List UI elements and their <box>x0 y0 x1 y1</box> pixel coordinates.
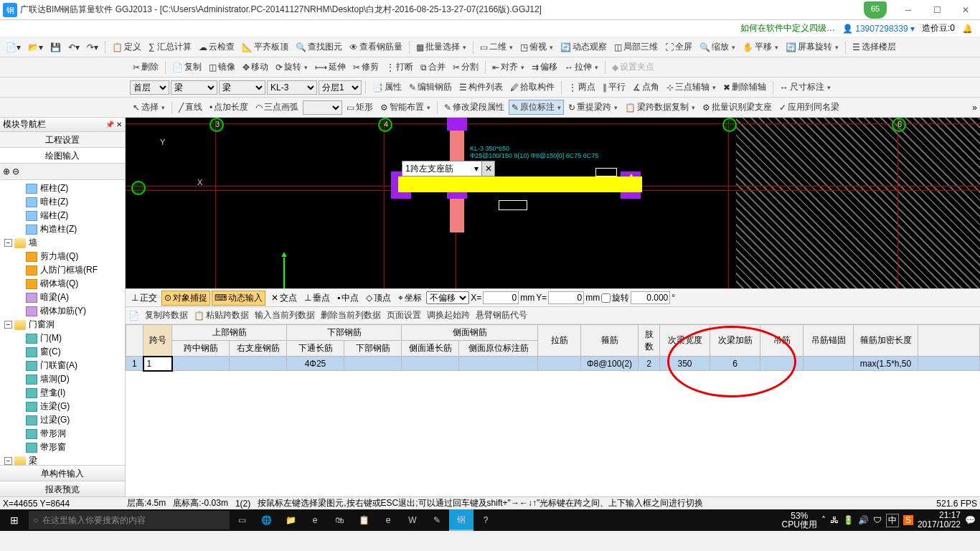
tree-item-qtq[interactable]: 砌体墙(Q) <box>1 277 123 291</box>
rotate-input[interactable] <box>631 291 670 304</box>
inplace-input-popup[interactable]: ▾ ✕ <box>402 161 495 176</box>
stretch-button[interactable]: ↔ 拉伸 <box>562 60 601 75</box>
category1-select[interactable]: 梁 <box>171 80 217 95</box>
move-button[interactable]: ✥ 移动 <box>240 60 271 75</box>
tree-item-m[interactable]: 门(M) <box>1 331 123 345</box>
ime-indicator[interactable]: 中 <box>886 514 899 527</box>
tray-battery-icon[interactable]: 🔋 <box>843 515 854 525</box>
point-angle-button[interactable]: ∡ 点角 <box>630 80 662 95</box>
align-button[interactable]: ⇤ 对齐 <box>489 60 527 75</box>
col-tie[interactable]: 拉筋 <box>538 325 581 357</box>
col-stirrup[interactable]: 箍筋 <box>581 325 639 357</box>
paste-span-button[interactable]: 📋 粘贴跨数据 <box>194 309 249 321</box>
open-file-button[interactable]: 📂▾ <box>25 41 46 54</box>
col-hanger[interactable]: 吊筋 <box>760 325 804 357</box>
taskbar-app-4[interactable]: 🛍 <box>327 509 352 531</box>
plank-top-button[interactable]: 📐 平齐板顶 <box>239 39 291 55</box>
tree-item-gzz[interactable]: 构造柱(Z) <box>1 222 123 236</box>
minimize-button[interactable]: ─ <box>894 0 923 20</box>
rect-tool-button[interactable]: ▭ 矩形 <box>344 100 376 115</box>
action-center-icon[interactable]: 💬 <box>965 515 976 525</box>
pin-icon[interactable]: 📌 ✕ <box>105 121 122 128</box>
batch-select-button[interactable]: ▦ 批量选择 <box>413 39 469 55</box>
redo-button[interactable]: ↷▾ <box>84 41 101 54</box>
parallel-button[interactable]: ∥ 平行 <box>600 80 628 95</box>
undo-button[interactable]: ↶▾ <box>65 41 83 54</box>
snap-perp[interactable]: ⊥ 垂点 <box>301 291 333 306</box>
component-tree[interactable]: 框柱(Z) 暗柱(Z) 端柱(Z) 构造柱(Z) −墙 剪力墙(Q) 人防门框墙… <box>0 180 125 465</box>
col-top-group[interactable]: 上部钢筋 <box>172 325 287 341</box>
popup-close-icon[interactable]: ✕ <box>481 161 494 176</box>
col-dense[interactable]: 箍筋加密长度 <box>854 325 918 357</box>
dyn-observe-button[interactable]: 🔄 动态观察 <box>557 39 610 55</box>
mirror-button[interactable]: ◫ 镜像 <box>206 60 238 75</box>
cantilever-button[interactable]: 悬臂钢筋代号 <box>476 309 527 321</box>
three-pt-axis-button[interactable]: ⊹ 三点辅轴 <box>664 80 719 95</box>
notification-icon[interactable]: 🔔 <box>962 24 973 34</box>
col-bottom-group[interactable]: 下部钢筋 <box>287 325 402 341</box>
taskbar-app-ggj[interactable]: 钢 <box>449 509 473 531</box>
tree-item-bk[interactable]: 壁龛(I) <box>1 386 123 400</box>
fullscreen-button[interactable]: ⛶ 全屏 <box>662 39 695 55</box>
copy-span-data-button[interactable]: 📋 梁跨数据复制 <box>622 100 698 115</box>
nav-footer-single[interactable]: 单构件输入 <box>0 465 125 481</box>
line-tool-button[interactable]: ╱ 直线 <box>176 100 205 115</box>
tree-item-qd[interactable]: 墙洞(D) <box>1 372 123 386</box>
tree-item-gl[interactable]: 过梁(G) <box>1 413 123 427</box>
select-floor-button[interactable]: ☰ 选择楼层 <box>849 39 899 55</box>
taskbar-app-7[interactable]: W <box>400 509 425 531</box>
tray-shield-icon[interactable]: 🛡 <box>873 515 882 525</box>
tree-item-dz[interactable]: 端柱(Z) <box>1 209 123 222</box>
toolbar-overflow-icon[interactable]: » <box>972 103 977 113</box>
copy-span-button[interactable]: 复制跨数据 <box>145 309 188 321</box>
ortho-toggle[interactable]: ⊥ 正交 <box>128 291 160 306</box>
batch-identify-button[interactable]: ⚙ 批量识别梁支座 <box>699 100 775 115</box>
taskbar-clock[interactable]: 21:172017/10/22 <box>918 511 961 529</box>
arc-tool-button[interactable]: ◠ 三点画弧 <box>253 100 301 115</box>
maximize-button[interactable]: ☐ <box>923 0 951 20</box>
tree-item-mlc[interactable]: 门联窗(A) <box>1 359 123 372</box>
account-label[interactable]: 👤 13907298339 ▾ <box>842 24 915 34</box>
select-tool-button[interactable]: ↖ 选择 <box>130 100 168 115</box>
cloud-check-button[interactable]: ☁ 云检查 <box>196 39 237 55</box>
two-point-button[interactable]: ⋮ 两点 <box>565 80 598 95</box>
taskbar-app-2[interactable]: 📁 <box>278 509 303 531</box>
taskbar-app-6[interactable]: e <box>376 509 400 531</box>
taskbar-search[interactable]: ○ 在这里输入你要搜索的内容 <box>29 511 230 529</box>
col-side-group[interactable]: 侧面钢筋 <box>402 325 538 341</box>
copy-button[interactable]: 📄 复制 <box>169 60 204 75</box>
page-setup-button[interactable]: 页面设置 <box>387 309 421 321</box>
table-row[interactable]: 1 1 4Φ25 Φ8@100(2) 2 350 6 max(1.5*h,50 <box>126 357 980 371</box>
taskbar-app-8[interactable]: ✎ <box>425 509 449 531</box>
snap-mid[interactable]: ▪ 中点 <box>334 291 362 306</box>
snap-coord[interactable]: ⌖ 坐标 <box>395 291 425 306</box>
taskbar-app-1[interactable]: 🌐 <box>254 509 278 531</box>
col-span-no[interactable]: 跨号 <box>143 325 172 357</box>
nav-tab-project[interactable]: 工程设置 <box>0 132 125 148</box>
set-pivot-button[interactable]: ◆ 设置夹点 <box>609 60 657 75</box>
col-limb[interactable]: 肢数 <box>639 325 660 357</box>
define-button[interactable]: 📋 定义 <box>109 39 144 55</box>
cell-span-no[interactable]: 1 <box>143 357 172 371</box>
point-length-button[interactable]: • 点加长度 <box>207 100 251 115</box>
rotate-checkbox[interactable] <box>601 293 611 303</box>
tree-item-c[interactable]: 窗(C) <box>1 345 123 359</box>
update-badge[interactable]: 65 <box>864 1 887 19</box>
span-layer-select[interactable]: 分层1 <box>319 80 362 95</box>
dimension-button[interactable]: ↔ 尺寸标注 <box>777 80 834 95</box>
floor-select[interactable]: 首层 <box>130 80 169 95</box>
drawing-canvas[interactable]: 3 4 6 Y X KL-3 350*650 Φ25@100/150 8(10)… <box>126 118 980 288</box>
draw-mode-select[interactable] <box>303 100 342 115</box>
tree-group-opening[interactable]: −门窗洞 <box>1 318 123 331</box>
break-button[interactable]: ⋮ 打断 <box>383 60 416 75</box>
snap-vertex[interactable]: ◇ 顶点 <box>363 291 394 306</box>
expand-all-icon[interactable]: ⊕ <box>3 166 10 176</box>
close-button[interactable]: ✕ <box>951 0 980 20</box>
collapse-all-icon[interactable]: ⊖ <box>12 166 19 176</box>
reidentify-button[interactable]: ↻ 重提梁跨 <box>565 100 621 115</box>
nav-tab-draw[interactable]: 绘图输入 <box>0 148 125 164</box>
offset-mode-select[interactable]: 不偏移 <box>426 291 469 304</box>
smart-layout-button[interactable]: ⚙ 智能布置 <box>377 100 433 115</box>
offset-button[interactable]: ⇉ 偏移 <box>529 60 560 75</box>
start-button[interactable]: ⊞ <box>0 514 29 526</box>
